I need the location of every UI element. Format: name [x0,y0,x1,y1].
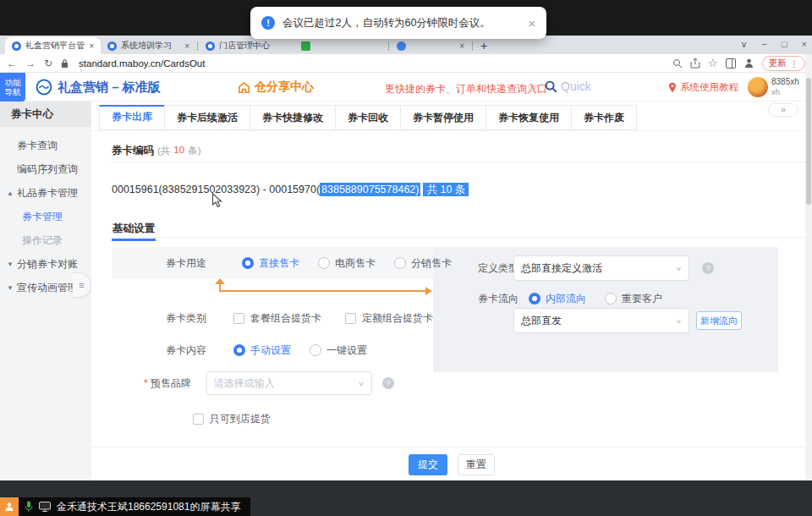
forward-icon[interactable]: → [25,58,36,69]
radio-ecommerce-sale[interactable] [318,257,330,269]
window-close-button[interactable]: × [802,39,807,50]
define-type-value: 总部直接定义激活 [521,261,602,276]
kebab-menu-icon[interactable]: ⋮ [790,58,799,69]
connector-arrowhead-up [215,278,225,284]
add-flow-button[interactable]: 新增流向 [696,311,742,330]
back-icon[interactable]: ← [7,58,17,69]
sidebar-group-gift-card-mgmt[interactable]: ▲ 礼品券卡管理 [0,181,91,205]
new-tab-button[interactable]: + [480,39,487,52]
form-footer: 提交 重置 [91,447,812,480]
checkbox-fixed-combo[interactable] [345,313,356,324]
tab-card-followup-activate[interactable]: 券卡后续激活 [164,105,250,130]
collapse-panel-button[interactable]: » [768,103,798,117]
bookmark-star-icon[interactable]: ☆ [708,57,718,69]
option-direct-sale[interactable]: 直接售卡 [259,256,299,271]
profile-icon[interactable] [743,58,754,69]
chevron-down-icon: ∨ [676,317,682,324]
tab-search-chevron-icon[interactable]: ∨ [740,39,747,50]
window-minimize-button[interactable]: − [761,39,766,50]
sidebar-item-card-management[interactable]: 券卡管理 [0,205,91,228]
radio-internal-flow[interactable] [529,293,540,305]
radio-one-click-setup[interactable] [310,344,321,356]
option-manual-setup[interactable]: 手动设置 [250,343,291,358]
radio-direct-sale[interactable] [242,257,254,269]
codes-title: 券卡编码 [112,144,154,158]
card-codes-heading: 券卡编码 (共 10 条) [112,144,812,162]
pointing-hand-icon: ☞ [528,80,539,96]
tab-close-icon[interactable]: × [459,41,464,51]
help-icon[interactable]: ? [382,377,394,389]
reload-icon[interactable]: ↻ [44,58,52,69]
submit-button[interactable]: 提交 [409,454,447,475]
card-flow-label: 券卡流向 [478,292,518,306]
tabs-divider [91,130,812,131]
card-content-row: 券卡内容 手动设置 一键设置 [166,338,367,362]
window-restore-button[interactable]: □ [782,39,787,50]
tab-card-void[interactable]: 券卡作废 [571,105,637,130]
tab-separator [388,41,389,51]
radio-manual-setup[interactable] [233,344,245,356]
flow-select[interactable]: 总部直发 ∨ [513,308,689,333]
url-text[interactable]: standard.maboy.cn/CardsOut [79,58,205,69]
browser-tab-4[interactable] [294,37,387,54]
card-code-range[interactable]: 00015961(8385291502033923) - 00015970(83… [112,183,469,197]
warehouse-share-center-link[interactable]: 仓分享中心 [238,80,314,95]
tab-card-outbound[interactable]: 券卡出库 [99,105,165,130]
tab-close-icon[interactable]: × [89,41,94,51]
tab-card-quick-modify[interactable]: 券卡快捷修改 [250,105,336,130]
function-nav-button[interactable]: 功能 导航 [0,73,25,102]
app-header: 功能 导航 礼盒营销 – 标准版 仓分享中心 更快捷的券卡、订单和快递查询入口 … [0,73,812,102]
card-use-row: 券卡用途 直接售卡 电商售卡 分销售卡 [166,247,452,279]
browser-tab-store-admin[interactable]: 门店管理中心 [199,37,294,54]
update-label: 更新 [769,58,787,69]
main-content: 券卡出库 券卡后续激活 券卡快捷修改 券卡回收 券卡暂停使用 券卡恢复使用 券卡… [91,102,812,480]
zoom-icon[interactable] [672,58,683,69]
tab-card-restore[interactable]: 券卡恢复使用 [486,105,572,130]
chrome-update-button[interactable]: 更新 ⋮ [762,56,806,71]
option-fixed-combo[interactable]: 定额组合提货卡 [362,311,433,326]
option-important-customer[interactable]: 重要客户 [622,292,662,306]
reset-button[interactable]: 重置 [458,454,495,475]
lock-icon [61,58,69,69]
option-package-combo[interactable]: 套餐组合提货卡 [250,311,321,326]
sidebar-item-card-query[interactable]: 券卡查询 [0,134,91,157]
option-internal-flow[interactable]: 内部流向 [546,292,586,306]
tab-card-suspend[interactable]: 券卡暂停使用 [400,105,486,130]
browser-tab-5[interactable]: × [390,37,471,54]
basic-settings-form: 券卡用途 直接售卡 电商售卡 分销售卡 券卡类别 套餐组合提货卡 定额组合提货卡… [112,247,778,442]
scrollbar-thumb[interactable] [806,78,811,205]
tab-card-recycle[interactable]: 券卡回收 [335,105,401,130]
radio-important-customer[interactable] [605,293,617,305]
chevron-down-icon: ∨ [676,265,682,272]
browser-tab-gift-admin[interactable]: 礼盒营销平台管理中心 × [5,37,101,54]
help-icon[interactable]: ? [702,262,714,274]
quick-search-link[interactable]: Quick [545,80,591,93]
checkbox-package-combo[interactable] [233,313,244,324]
define-type-select[interactable]: 总部直接定义激活 ∨ [513,255,689,281]
basic-settings-heading: 基础设置 [112,220,812,238]
nav-toggle-line1: 功能 [0,78,25,87]
side-panel-icon[interactable] [726,58,736,69]
checkbox-store-pickup-only[interactable] [193,414,204,425]
system-tutorial-link[interactable]: 系统使用教程 [668,81,738,94]
share-center-label: 仓分享中心 [255,80,314,95]
browser-tab-training[interactable]: 系统培训学习 × [101,37,196,54]
sidebar-item-operation-log[interactable]: 操作记录 [0,228,91,252]
radio-distribution-sale[interactable] [394,257,406,269]
tab-favicon [206,41,215,51]
user-avatar[interactable] [748,77,768,97]
user-info[interactable]: 8385xh xh [771,77,799,97]
tab-close-icon[interactable]: × [184,41,189,51]
sidebar-item-code-sequence-query[interactable]: 编码序列查询 [0,157,91,181]
option-one-click-setup[interactable]: 一键设置 [326,343,367,358]
presale-brand-select[interactable]: 请选择或输入 ∨ [206,371,372,395]
option-ecommerce-sale[interactable]: 电商售卡 [335,256,376,271]
page-scrollbar[interactable] [805,54,812,480]
sidebar-title: 券卡中心 [0,102,91,127]
share-icon[interactable] [690,58,700,69]
option-distribution-sale[interactable]: 分销售卡 [411,256,452,271]
option-store-pickup-only[interactable]: 只可到店提货 [210,412,271,426]
toast-close-icon[interactable]: × [528,16,535,30]
quick-entry-text[interactable]: 更快捷的券卡、订单和快递查询入口 [385,82,547,96]
quick-label: Quick [561,80,591,93]
